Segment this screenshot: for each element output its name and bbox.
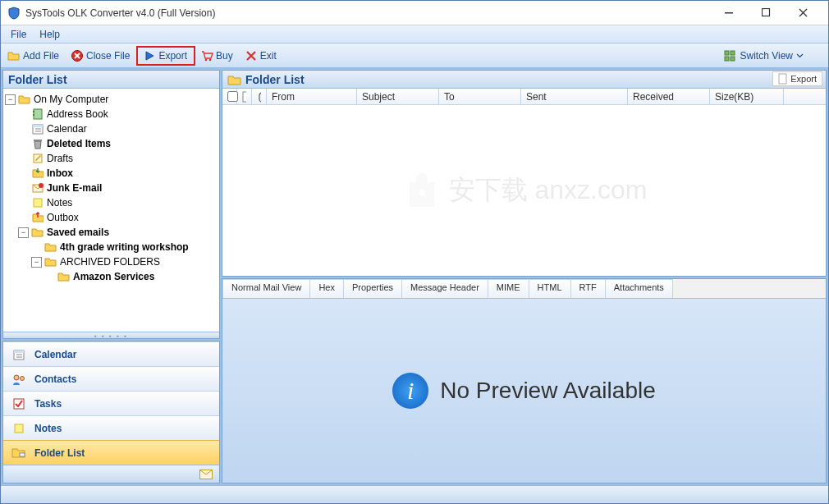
close-button[interactable] [785,2,822,25]
page-icon [778,73,788,85]
tree-label: Notes [47,197,72,208]
tree-item[interactable]: −Saved emails [5,225,218,240]
column-header[interactable] [252,89,267,104]
column-header[interactable]: Size(KB) [710,89,784,104]
preview-message: No Preview Available [440,378,656,404]
drafts-icon [31,152,44,165]
svg-rect-8 [731,57,735,61]
tab-attachments[interactable]: Attachments [605,279,673,298]
preview-tabs: Normal Mail ViewHexPropertiesMessage Hea… [222,279,826,299]
switch-view-button[interactable]: Switch View [717,48,810,63]
tab-html[interactable]: HTML [529,279,571,298]
message-list-body[interactable]: 安下载 anxz.com [222,105,826,276]
resize-grip[interactable]: ▪ ▪ ▪ ▪ ▪ [3,332,219,338]
tree-label: Calendar [47,123,87,135]
preview-panel: Normal Mail ViewHexPropertiesMessage Hea… [222,278,827,483]
outbox-icon [31,211,44,224]
tree-label: Address Book [47,108,108,120]
menu-file[interactable]: File [4,27,33,42]
tree-label: Drafts [47,153,73,164]
mail-icon[interactable] [199,470,213,479]
export-button[interactable]: Export [138,48,192,64]
tree-toggle[interactable]: − [31,257,42,268]
export-highlight: Export [136,46,195,66]
maximize-button[interactable] [748,2,785,25]
folder-icon [44,241,57,254]
column-header[interactable]: To [439,89,521,104]
tree-label: ARCHIVED FOLDERS [60,256,160,268]
tree-item[interactable]: Junk E-mail [5,181,218,195]
close-file-button[interactable]: Close File [66,48,135,64]
x-icon [245,49,258,62]
tree-label: Saved emails [47,227,109,238]
tab-rtf[interactable]: RTF [570,279,606,298]
tree-item[interactable]: Outbox [5,210,218,225]
tree-item[interactable]: −ARCHIVED FOLDERS [5,254,218,269]
folder-icon [44,255,57,268]
page-icon [242,91,246,103]
folder-icon [18,93,31,106]
exit-button[interactable]: Exit [240,48,282,64]
tree-item[interactable]: Address Book [5,107,218,121]
nav-footer [3,465,219,483]
svg-rect-20 [34,199,42,207]
svg-point-19 [39,183,44,188]
tab-message-header[interactable]: Message Header [401,279,488,298]
left-pane: Folder List −On My ComputerAddress BookC… [2,70,220,483]
folder-tree-panel: Folder List −On My ComputerAddress BookC… [2,70,220,339]
watermark: 安下载 anxz.com [401,170,648,211]
nav-calendar[interactable]: Calendar [3,341,219,366]
tab-properties[interactable]: Properties [343,279,402,298]
add-file-button[interactable]: Add File [2,48,64,64]
svg-rect-32 [243,92,246,102]
tab-hex[interactable]: Hex [309,279,344,298]
tree-item[interactable]: Deleted Items [5,136,218,151]
toolbar: Add File Close File Export Buy Exit Swit… [1,44,828,68]
column-header[interactable] [222,89,237,104]
tree-item[interactable]: Amazon Services [5,269,218,284]
svg-rect-0 [725,12,733,14]
svg-point-25 [14,375,19,380]
tree-label: Deleted Items [47,138,111,149]
nav-folder-list[interactable]: Folder List [3,440,219,465]
tree-label: Amazon Services [73,271,154,282]
menu-help[interactable]: Help [33,27,66,42]
tree-toggle[interactable]: − [5,94,16,105]
svg-rect-11 [33,114,34,116]
close-circle-icon [71,49,84,62]
buy-button[interactable]: Buy [195,48,238,64]
cart-icon [200,49,213,62]
preview-body: i No Preview Available [222,299,826,483]
tree-item[interactable]: Drafts [5,151,218,166]
column-header[interactable]: Subject [357,89,439,104]
export-list-button[interactable]: Export [772,71,822,86]
tree-item[interactable]: Notes [5,195,218,210]
svg-rect-28 [15,424,23,433]
column-header[interactable]: From [267,89,357,104]
grid-icon [724,50,737,62]
tree-item[interactable]: −On My Computer [5,92,218,107]
junk-icon [31,181,44,195]
svg-rect-22 [14,351,24,353]
tab-mime[interactable]: MIME [488,279,529,298]
tree-item[interactable]: Inbox [5,166,218,181]
column-header[interactable] [237,89,252,104]
svg-rect-31 [779,74,786,84]
inbox-icon [31,167,44,180]
svg-point-33 [419,190,425,196]
tree-label: 4th grade writing workshop [60,241,189,253]
nav-notes[interactable]: Notes [3,415,219,440]
menubar: File Help [1,25,828,44]
tree-toggle[interactable]: − [18,227,29,238]
nav-contacts[interactable]: Contacts [3,366,219,391]
minimize-button[interactable] [711,2,748,25]
folder-tree[interactable]: −On My ComputerAddress BookCalendarDelet… [3,89,219,332]
nav-tasks[interactable]: Tasks [3,391,219,415]
folder-open-icon [7,49,21,62]
tree-item[interactable]: Calendar [5,121,218,136]
svg-rect-9 [34,109,42,119]
tab-normal-mail-view[interactable]: Normal Mail View [222,279,310,298]
column-header[interactable]: Sent [521,89,628,104]
column-header[interactable]: Received [628,89,710,104]
tree-item[interactable]: 4th grade writing workshop [5,240,218,254]
